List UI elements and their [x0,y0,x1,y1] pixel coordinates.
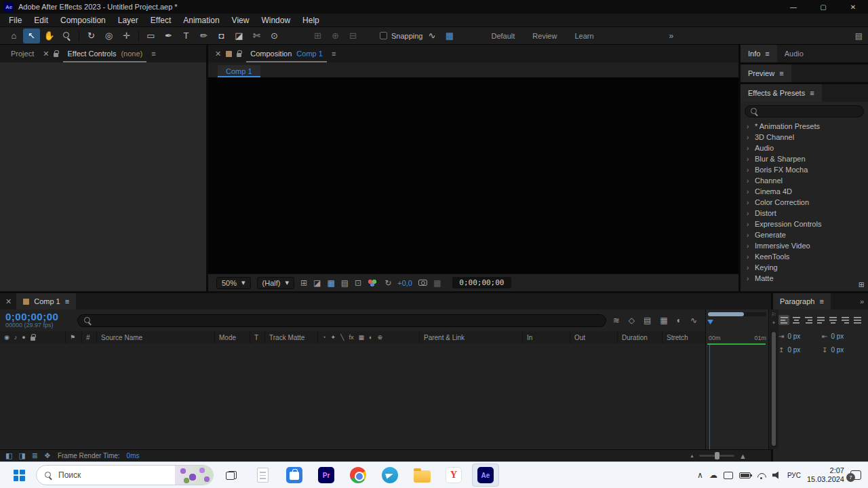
stretch-column[interactable]: Stretch [662,331,705,343]
battery-icon[interactable] [739,472,751,478]
comp-marker-bin-icon[interactable]: ⚐ [771,312,776,318]
pane-toggle-icon[interactable]: ≣ [32,451,38,460]
tab-paragraph[interactable]: Paragraph ≡ [773,293,831,309]
zoom-slider[interactable] [699,455,734,457]
taskbar-search-input[interactable]: Поиск [36,465,214,485]
view-axis-icon[interactable]: ⊟ [344,29,361,43]
tab-project[interactable]: Project [7,45,38,62]
justify-last-left-button[interactable] [815,315,826,325]
workspace-tab[interactable]: Learn [574,32,593,40]
maximize-button[interactable]: ▢ [808,0,838,14]
panel-menu-icon[interactable]: ≡ [65,297,69,305]
menu-item[interactable]: File [3,14,28,26]
home-icon[interactable]: ⌂ [5,29,22,43]
close-panel-icon[interactable]: ✕ [215,50,221,58]
indent-left-value[interactable]: 0 px [787,333,800,340]
channel-color-icon[interactable] [368,279,378,286]
out-column[interactable]: Out [570,331,617,343]
panel-menu-icon[interactable]: ≡ [332,50,336,58]
local-axis-icon[interactable]: ⊞ [309,29,326,43]
mask-visibility-icon[interactable]: ◪ [313,278,321,288]
chevron-right-icon[interactable]: › [747,210,751,217]
parent-link-column[interactable]: Parent & Link [419,331,522,343]
display-icon[interactable] [724,472,733,479]
chevron-right-icon[interactable]: › [747,264,751,271]
effects-category-item[interactable]: › Generate [741,229,868,240]
clock[interactable]: 2:07 15.03.2024 [807,466,844,484]
effects-search-input[interactable] [745,105,864,117]
indent-right-field[interactable]: ⇤ 0 px [822,333,863,340]
clone-stamp-tool-icon[interactable]: ◘ [213,29,230,43]
shape-tool-icon[interactable]: ▭ [142,29,159,43]
taskbar-app-document[interactable] [249,464,276,487]
brush-tool-icon[interactable]: ✏ [195,29,212,43]
timeline-search-input[interactable] [77,314,606,327]
effects-category-item[interactable]: › Immersive Video [741,240,868,251]
timeline-view-icon[interactable]: ◐ [677,316,682,325]
indent-right-value[interactable]: 0 px [831,333,844,340]
roto-brush-tool-icon[interactable]: ✄ [248,29,265,43]
layer-switch-icon[interactable]: ▦ [358,334,364,341]
workspace-tab[interactable]: Review [532,32,557,40]
minimize-button[interactable]: — [778,0,808,14]
effects-category-item[interactable]: › Color Correction [741,197,868,208]
search-highlight-image[interactable] [175,466,213,485]
layer-switch-icon[interactable]: ╲ [340,334,344,341]
menu-item[interactable]: Help [296,14,326,26]
grid-options-icon[interactable]: ▦ [327,278,334,288]
chevron-right-icon[interactable]: › [747,231,751,239]
effects-category-item[interactable]: › Audio [741,143,868,153]
indent-left-field[interactable]: ⇥ 0 px [778,333,819,340]
eraser-tool-icon[interactable]: ◪ [231,29,248,43]
close-panel-icon[interactable]: ✕ [43,50,49,58]
pen-tool-icon[interactable]: ✒ [160,29,177,43]
world-axis-icon[interactable]: ⊕ [327,29,344,43]
effects-category-item[interactable]: › Keying [741,262,868,273]
comp-target-icon[interactable]: ⌖ [772,320,776,326]
workspace-overflow-icon[interactable]: » [669,31,674,41]
taskbar-app-explorer[interactable] [408,464,435,487]
effects-category-item[interactable]: › Channel [741,175,868,186]
hand-tool-icon[interactable]: ✋ [41,29,58,43]
comp-subtab[interactable]: Comp 1 [218,65,260,77]
current-time-display[interactable]: 0;00;00;00 [5,312,71,322]
tab-timeline-comp[interactable]: Comp 1 ≡ [16,293,76,309]
guides-icon[interactable]: ▤ [341,278,349,288]
magnification-select[interactable]: 50% ▾ [216,277,251,289]
tab-audio[interactable]: Audio [777,45,811,62]
taskbar-app-premiere[interactable]: Pr [313,464,340,487]
notification-center-icon[interactable]: 7 [850,470,861,480]
space-before-field[interactable]: ↥ 0 px [778,346,819,354]
in-column[interactable]: In [522,331,570,343]
layer-switch-icon[interactable]: fx [349,334,353,341]
effects-category-item[interactable]: › Matte [741,273,868,284]
timeline-view-icon[interactable]: ▤ [644,316,651,325]
close-panel-icon[interactable]: ✕ [5,297,12,306]
align-right-button[interactable] [803,315,814,325]
chevron-right-icon[interactable]: › [747,253,751,261]
task-view-button[interactable] [218,464,244,486]
chevron-right-icon[interactable]: › [747,123,751,130]
snap-options-icon[interactable]: ∿ [424,29,441,43]
search-workspace-icon[interactable]: ▤ [855,31,863,41]
rotate-tool-icon[interactable]: ↻ [83,29,100,43]
chevron-right-icon[interactable]: › [747,242,751,250]
menu-item[interactable]: Composition [54,14,112,26]
region-of-interest-icon[interactable]: ⊡ [355,278,361,288]
chevron-right-icon[interactable]: › [747,275,751,282]
menu-item[interactable]: Edit [28,14,54,26]
audio-column-icon[interactable]: ♪ [14,334,18,341]
menu-item[interactable]: View [226,14,256,26]
zoom-out-icon[interactable]: ▲ [690,453,694,458]
close-button[interactable]: ✕ [838,0,868,14]
chevron-right-icon[interactable]: › [747,145,751,152]
zoom-slider-thumb[interactable] [715,452,719,459]
timeline-view-icon[interactable]: ∿ [690,316,697,325]
zoom-in-icon[interactable]: ▲ [739,452,747,460]
effects-category-item[interactable]: › Expression Controls [741,219,868,229]
safe-zones-icon[interactable]: ⊞ [300,278,307,288]
timeline-view-icon[interactable]: ≋ [613,316,620,325]
source-name-column[interactable]: Source Name [96,331,214,343]
panel-resize-icon[interactable]: ⊞ [859,280,865,289]
composition-viewer[interactable] [208,77,738,274]
